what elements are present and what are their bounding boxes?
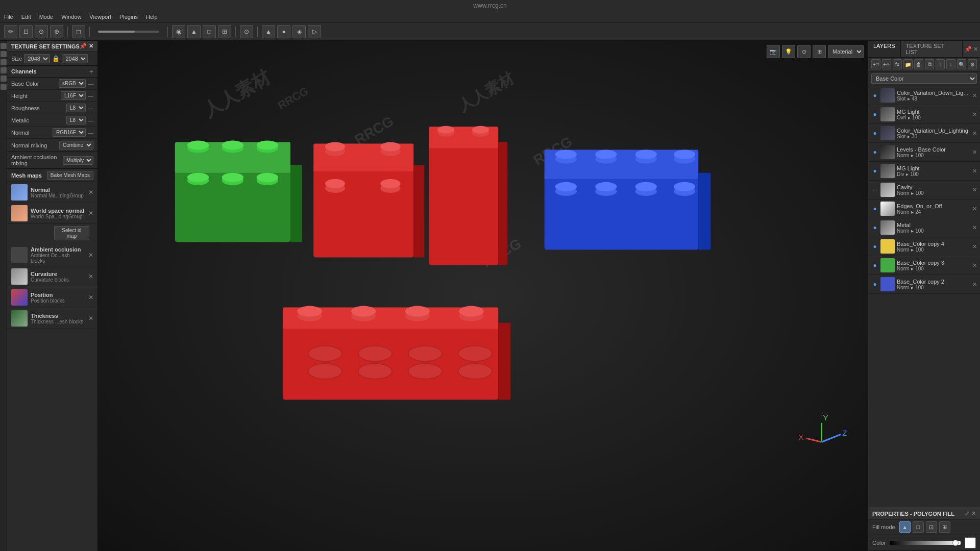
channel-format-roughness[interactable]: L8 bbox=[66, 104, 86, 112]
channel-remove-normal[interactable]: — bbox=[88, 130, 93, 136]
mesh-map-thickness-remove[interactable]: ✕ bbox=[88, 315, 93, 322]
toolbar-camera[interactable]: ▷ bbox=[308, 25, 321, 38]
menu-help[interactable]: Help bbox=[146, 14, 158, 20]
sidebar-icon-4[interactable] bbox=[1, 67, 7, 73]
fill-mode-triangle-btn[interactable]: ▲ bbox=[899, 521, 911, 533]
layer-visible-icon-6[interactable]: ○ bbox=[871, 186, 878, 193]
layers-pin-icon[interactable]: 📌 bbox=[965, 46, 972, 53]
layer-visible-icon-4[interactable]: ● bbox=[871, 148, 878, 156]
channel-remove-roughness[interactable]: — bbox=[88, 105, 93, 111]
sidebar-icon-6[interactable] bbox=[1, 84, 7, 90]
layer-channel-select[interactable]: Base Color bbox=[871, 73, 977, 84]
channel-format-base-color[interactable]: sRGB bbox=[59, 79, 86, 88]
lt-delete-btn[interactable]: 🗑 bbox=[914, 59, 923, 69]
toolbar-fill[interactable]: ◻ bbox=[72, 25, 85, 38]
mesh-map-ao-remove[interactable]: ✕ bbox=[88, 252, 93, 259]
toolbar-light2[interactable]: ● bbox=[277, 25, 290, 38]
layer-visible-icon-7[interactable]: ● bbox=[871, 205, 878, 212]
lock-icon[interactable]: 🔒 bbox=[52, 55, 60, 62]
layer-remove-10[interactable]: ✕ bbox=[972, 262, 977, 269]
layer-remove-11[interactable]: ✕ bbox=[972, 281, 977, 288]
channel-format-height[interactable]: L16F bbox=[61, 91, 86, 100]
layer-visible-icon-11[interactable]: ● bbox=[871, 281, 878, 288]
ao-mixing-select[interactable]: Multiply bbox=[63, 156, 93, 165]
viewport[interactable]: 人人素材 RRCG 人人素材 RRCG RRCG 人人素材 RRCG RRCG bbox=[98, 41, 868, 551]
layer-visible-icon-9[interactable]: ● bbox=[871, 243, 878, 250]
add-channel-btn[interactable]: + bbox=[89, 68, 93, 75]
layer-remove-3[interactable]: ✕ bbox=[972, 130, 977, 137]
layer-cavity[interactable]: ○ Cavity Norm ▸ 100 ✕ bbox=[868, 181, 980, 199]
lt-add-paint-btn[interactable]: +✏ bbox=[882, 59, 891, 69]
layer-mg-light-1[interactable]: ● MG Light Ovrl ▸ 100 ✕ bbox=[868, 105, 980, 124]
toolbar-plane[interactable]: □ bbox=[203, 25, 216, 38]
layer-remove-8[interactable]: ✕ bbox=[972, 224, 977, 231]
toolbar-clone[interactable]: ⊕ bbox=[50, 25, 63, 38]
normal-mixing-select[interactable]: Combine bbox=[59, 141, 93, 149]
lt-add-folder-btn[interactable]: 📁 bbox=[903, 59, 913, 69]
layer-remove-6[interactable]: ✕ bbox=[972, 187, 977, 193]
menu-edit[interactable]: Edit bbox=[21, 14, 31, 20]
layer-visible-icon-2[interactable]: ● bbox=[871, 111, 878, 118]
layer-remove-5[interactable]: ✕ bbox=[972, 168, 977, 174]
mesh-map-curvature-remove[interactable]: ✕ bbox=[88, 273, 93, 280]
toolbar-cube[interactable]: ▲ bbox=[187, 25, 201, 38]
toolbar-light1[interactable]: ▲ bbox=[262, 25, 275, 38]
material-select[interactable]: Material bbox=[828, 45, 864, 58]
toolbar-smudge[interactable]: ⊙ bbox=[35, 25, 48, 38]
layer-base-color-copy4[interactable]: ● Base_Color copy 4 Norm ▸ 100 ✕ bbox=[868, 237, 980, 256]
layer-base-color-copy3[interactable]: ● Base_Color copy 3 Norm ▸ 100 ✕ bbox=[868, 256, 980, 275]
channel-remove-height[interactable]: — bbox=[88, 93, 93, 99]
channel-remove-base-color[interactable]: — bbox=[88, 81, 93, 87]
toolbar-size-slider[interactable] bbox=[98, 31, 159, 33]
prop-expand-icon[interactable]: ⤢ bbox=[965, 510, 969, 517]
toolbar-sphere[interactable]: ◉ bbox=[172, 25, 185, 38]
fill-mode-uv-btn[interactable]: ⊞ bbox=[939, 521, 950, 533]
channel-remove-metalic[interactable]: — bbox=[88, 117, 93, 123]
fill-mode-square-btn[interactable]: □ bbox=[913, 521, 924, 533]
texture-panel-pin[interactable]: 📌 bbox=[80, 43, 87, 49]
select-id-map-btn[interactable]: Select id map bbox=[54, 226, 89, 240]
vp-render-btn[interactable]: ⊙ bbox=[797, 45, 811, 58]
menu-mode[interactable]: Mode bbox=[39, 14, 54, 20]
layer-visible-icon-8[interactable]: ● bbox=[871, 224, 878, 231]
layer-levels-base-color[interactable]: ● Levels - Base Color Norm ▸ 100 ✕ bbox=[868, 143, 980, 162]
toolbar-brush[interactable]: ✏ bbox=[4, 25, 17, 38]
lt-move-down-btn[interactable]: ↓ bbox=[946, 59, 955, 69]
color-swatch[interactable] bbox=[965, 537, 976, 548]
size-width-select[interactable]: 2048 1024 4096 bbox=[24, 54, 50, 63]
lt-duplicate-btn[interactable]: ⧉ bbox=[925, 59, 934, 69]
vp-camera-btn[interactable]: 📷 bbox=[767, 45, 780, 58]
layer-edges[interactable]: ● Edges_On_or_Off Norm ▸ 24 ✕ bbox=[868, 199, 980, 218]
layer-remove-9[interactable]: ✕ bbox=[972, 243, 977, 250]
menu-plugins[interactable]: Plugins bbox=[119, 14, 138, 20]
size-height-select[interactable]: 2048 1024 4096 bbox=[62, 54, 88, 63]
layer-visible-icon-10[interactable]: ● bbox=[871, 262, 878, 269]
sidebar-icon-1[interactable] bbox=[1, 43, 7, 49]
layer-color-variation-down[interactable]: ● Color_Variation_Down_Lighting Slot ▸ 4… bbox=[868, 86, 980, 105]
menu-window[interactable]: Window bbox=[61, 14, 81, 20]
mesh-map-position-remove[interactable]: ✕ bbox=[88, 294, 93, 301]
mesh-map-ws-remove[interactable]: ✕ bbox=[88, 210, 93, 217]
toolbar-eraser[interactable]: ⊡ bbox=[19, 25, 33, 38]
channel-format-metalic[interactable]: L8 bbox=[66, 116, 86, 124]
sidebar-icon-5[interactable] bbox=[1, 76, 7, 82]
lt-search-btn[interactable]: 🔍 bbox=[957, 59, 966, 69]
prop-close-icon[interactable]: ✕ bbox=[971, 510, 976, 517]
color-slider[interactable] bbox=[890, 541, 961, 545]
mesh-map-normal-remove[interactable]: ✕ bbox=[88, 189, 93, 196]
toolbar-light3[interactable]: ◈ bbox=[292, 25, 306, 38]
channel-format-normal[interactable]: RGB16F bbox=[53, 128, 86, 137]
lt-add-fx-btn[interactable]: fx bbox=[893, 59, 902, 69]
lt-add-fill-btn[interactable]: +□ bbox=[871, 59, 880, 69]
lt-settings-btn[interactable]: ⚙ bbox=[968, 59, 977, 69]
layer-remove-2[interactable]: ✕ bbox=[972, 111, 977, 118]
layer-visible-icon-3[interactable]: ● bbox=[871, 130, 878, 137]
menu-viewport[interactable]: Viewport bbox=[89, 14, 111, 20]
bake-mesh-maps-btn[interactable]: Bake Mesh Maps bbox=[47, 171, 93, 180]
lt-move-up-btn[interactable]: ↑ bbox=[936, 59, 945, 69]
tab-texture-set-list[interactable]: TEXTURE SET LIST bbox=[901, 41, 963, 57]
toolbar-grid[interactable]: ⊞ bbox=[218, 25, 231, 38]
layer-remove-1[interactable]: ✕ bbox=[972, 92, 977, 99]
sidebar-icon-3[interactable] bbox=[1, 59, 7, 65]
vp-light-btn[interactable]: 💡 bbox=[782, 45, 795, 58]
